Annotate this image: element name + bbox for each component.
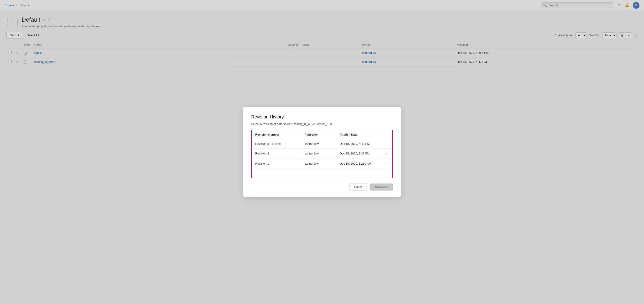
modal-overlay: Revision History Select a revision of da… xyxy=(0,0,644,72)
